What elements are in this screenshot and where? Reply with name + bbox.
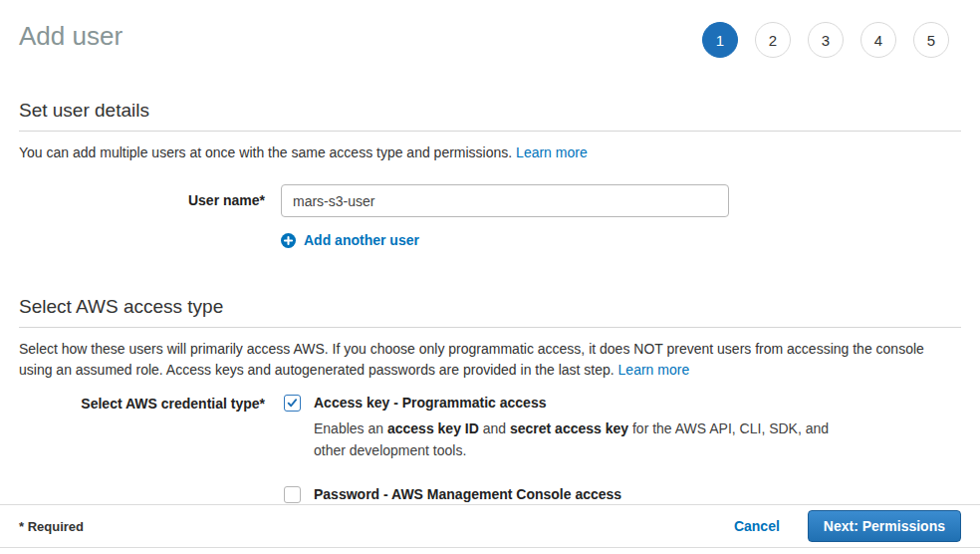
username-label: User name*: [19, 184, 265, 217]
access-type-intro-text: Select how these users will primarily ac…: [19, 341, 924, 378]
step-circle-2: 2: [755, 22, 791, 58]
learn-more-link-users[interactable]: Learn more: [516, 144, 588, 160]
step-circle-1: 1: [702, 22, 738, 58]
programmatic-access-description: Enables an access key ID and secret acce…: [314, 417, 840, 461]
user-details-intro: You can add multiple users at once with …: [19, 142, 961, 163]
page-title: Add user: [19, 20, 122, 52]
learn-more-link-access[interactable]: Learn more: [618, 362, 690, 378]
add-another-user-label: Add another user: [304, 232, 419, 248]
username-input[interactable]: [281, 184, 729, 217]
section-heading-access-type: Select AWS access type: [19, 296, 961, 328]
step-circle-4: 4: [860, 22, 896, 58]
required-note: * Required: [19, 519, 84, 534]
plus-circle-icon: [281, 233, 296, 248]
option-programmatic-access: Access key - Programmatic access Enables…: [284, 395, 840, 461]
programmatic-access-label[interactable]: Access key - Programmatic access: [314, 395, 840, 412]
programmatic-access-checkbox[interactable]: [284, 395, 301, 412]
section-heading-user-details: Set user details: [19, 100, 961, 132]
user-details-intro-text: You can add multiple users at once with …: [19, 144, 512, 160]
cancel-button[interactable]: Cancel: [734, 518, 780, 534]
next-permissions-button[interactable]: Next: Permissions: [808, 510, 961, 542]
add-user-page: Add user 12345 Set user details You can …: [0, 0, 980, 531]
add-another-user-button[interactable]: Add another user: [281, 232, 961, 248]
step-circle-3: 3: [808, 22, 844, 58]
check-icon: [287, 398, 298, 409]
console-access-checkbox[interactable]: [284, 486, 301, 503]
console-access-label[interactable]: Password - AWS Management Console access: [314, 486, 831, 503]
access-type-intro: Select how these users will primarily ac…: [19, 339, 961, 381]
step-circle-5: 5: [913, 22, 949, 58]
step-indicator: 12345: [702, 22, 949, 58]
username-field-wrap: [281, 184, 729, 217]
username-row: User name*: [19, 184, 961, 217]
wizard-footer: * Required Cancel Next: Permissions: [0, 504, 980, 548]
footer-actions: Cancel Next: Permissions: [734, 510, 961, 542]
option-body: Access key - Programmatic access Enables…: [314, 395, 840, 461]
page-header: Add user 12345: [19, 0, 961, 58]
